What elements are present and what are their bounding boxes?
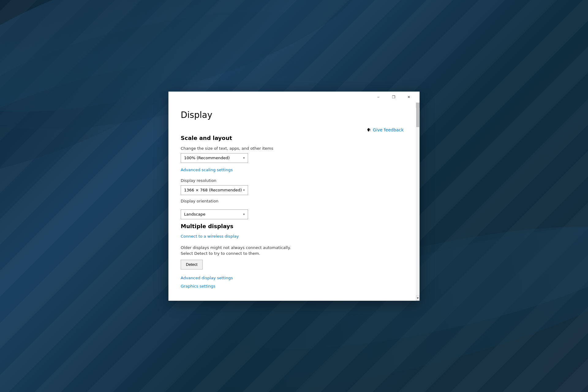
scrollbar-track: ▲ ▼ <box>416 103 420 301</box>
multiple-displays-title: Multiple displays <box>181 223 404 229</box>
detect-button[interactable]: Detect <box>181 260 203 270</box>
settings-content: Display 🗣 Give feedback Scale and layout… <box>168 103 416 301</box>
size-dropdown[interactable]: 100% (Recommended) ▾ <box>181 153 248 163</box>
advanced-scaling-link[interactable]: Advanced scaling settings <box>181 168 233 172</box>
orientation-dropdown[interactable]: Landscape ▾ <box>181 209 248 219</box>
bottom-links: Advanced display settings Graphics setti… <box>181 276 404 288</box>
size-label: Change the size of text, apps, and other… <box>181 146 404 151</box>
orientation-dropdown-arrow: ▾ <box>243 213 245 216</box>
connect-wireless-link[interactable]: Connect to a wireless display <box>181 234 239 239</box>
orientation-label: Display orientation <box>181 199 404 203</box>
resolution-dropdown[interactable]: 1366 × 768 (Recommended) ▾ <box>181 185 248 195</box>
graphics-settings-link[interactable]: Graphics settings <box>181 284 404 288</box>
detect-description: Older displays might not always connect … <box>181 245 297 257</box>
scrollbar-thumb[interactable] <box>416 103 419 127</box>
scrollbar-arrow-down[interactable]: ▼ <box>416 296 420 301</box>
restore-button[interactable]: ❐ <box>386 92 401 102</box>
size-dropdown-value: 100% (Recommended) <box>184 156 230 160</box>
feedback-icon: 🗣 <box>367 127 371 132</box>
size-dropdown-arrow: ▾ <box>243 156 245 160</box>
minimize-button[interactable]: − <box>371 92 385 102</box>
scale-layout-title: Scale and layout <box>181 135 404 141</box>
titlebar: − ❐ ✕ <box>168 92 420 103</box>
resolution-dropdown-arrow: ▾ <box>243 188 245 192</box>
advanced-display-link[interactable]: Advanced display settings <box>181 276 404 280</box>
orientation-dropdown-value: Landscape <box>184 212 205 217</box>
resolution-dropdown-value: 1366 × 768 (Recommended) <box>184 188 242 192</box>
give-feedback-link[interactable]: Give feedback <box>373 127 404 132</box>
settings-window: − ❐ ✕ Display 🗣 Give feedback Scale and … <box>168 92 420 301</box>
content-wrapper: Display 🗣 Give feedback Scale and layout… <box>168 103 420 301</box>
page-title: Display <box>181 110 404 120</box>
feedback-row: 🗣 Give feedback <box>181 127 404 132</box>
resolution-label: Display resolution <box>181 178 404 183</box>
close-button[interactable]: ✕ <box>402 92 416 102</box>
